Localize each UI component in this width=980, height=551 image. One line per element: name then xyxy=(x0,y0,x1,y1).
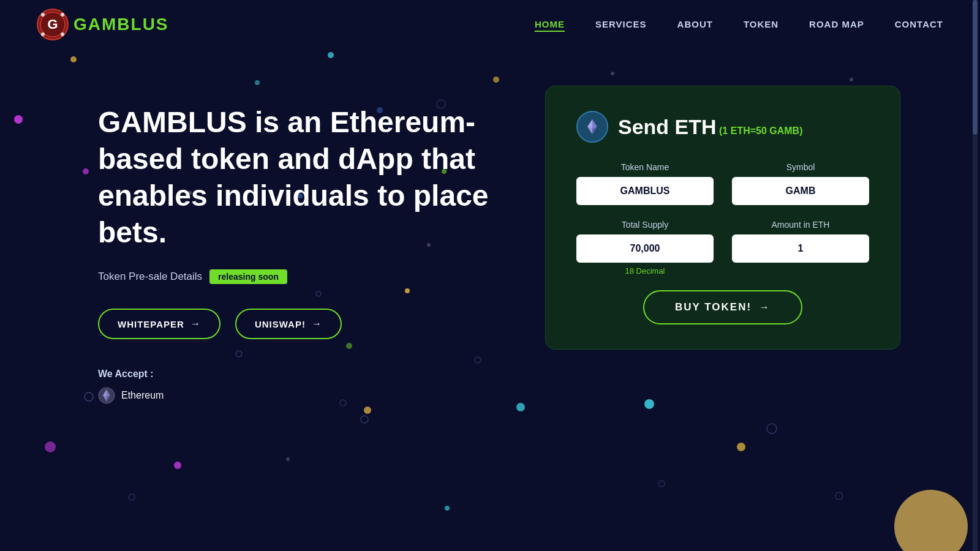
scrollbar[interactable] xyxy=(973,0,978,551)
presale-label: Token Pre-sale Details xyxy=(98,271,202,283)
symbol-group: Symbol xyxy=(732,162,869,205)
arrow-icon: → xyxy=(190,318,201,329)
amount-label: Amount in ETH xyxy=(732,220,869,230)
uniswap-label: UNISWAP! xyxy=(255,319,306,329)
svg-point-8 xyxy=(737,443,745,451)
logo[interactable]: G GAMBLUS xyxy=(37,9,169,40)
presale-row: Token Pre-sale Details releasing soon xyxy=(98,269,496,284)
svg-point-31 xyxy=(129,494,135,500)
card-title: Send ETH xyxy=(618,115,717,138)
svg-point-33 xyxy=(286,457,290,461)
hero-brand: GAMBLUS xyxy=(98,106,247,138)
token-name-group: Token Name xyxy=(576,162,714,205)
hero-section: GAMBLUS is an Ethereum-based token and d… xyxy=(0,49,980,404)
svg-point-5 xyxy=(364,407,371,414)
svg-point-24 xyxy=(361,416,368,423)
scrollbar-thumb[interactable] xyxy=(973,0,978,135)
svg-point-29 xyxy=(835,492,843,500)
hero-title: GAMBLUS is an Ethereum-based token and d… xyxy=(98,104,496,251)
decimal-hint: 18 Decimal xyxy=(576,266,714,276)
total-supply-group: Total Supply 18 Decimal xyxy=(576,220,714,276)
svg-text:G: G xyxy=(47,17,58,32)
brand-name: GAMBLUS xyxy=(74,15,169,34)
uniswap-button[interactable]: UNISWAP! → xyxy=(235,309,342,339)
svg-point-42 xyxy=(61,13,64,17)
arrow-icon-2: → xyxy=(312,318,322,329)
eth-icon-circle xyxy=(576,111,608,143)
symbol-input[interactable] xyxy=(732,177,869,205)
card-header: Send ETH (1 ETH=50 GAMB) xyxy=(576,111,869,143)
nav-roadmap[interactable]: ROAD MAP xyxy=(809,19,864,29)
token-card: Send ETH (1 ETH=50 GAMB) Token Name Symb… xyxy=(545,86,900,350)
nav-token[interactable]: TOKEN xyxy=(744,19,778,29)
whitepaper-button[interactable]: WHITEPAPER → xyxy=(98,309,221,339)
cta-buttons: WHITEPAPER → UNISWAP! → xyxy=(98,309,496,339)
releasing-badge: releasing soon xyxy=(209,269,287,284)
nav-contact[interactable]: CONTACT xyxy=(895,19,943,29)
accept-section: We Accept : Ethereum xyxy=(98,369,496,404)
token-name-input[interactable] xyxy=(576,177,714,205)
navbar: G GAMBLUS HOME SERVICES ABOUT TOKEN ROAD… xyxy=(0,0,980,49)
buy-arrow-icon: → xyxy=(759,301,771,313)
nav-home[interactable]: HOME xyxy=(535,19,565,32)
total-supply-input[interactable] xyxy=(576,234,714,263)
svg-point-3 xyxy=(45,441,56,452)
token-name-label: Token Name xyxy=(576,162,714,172)
accept-eth-label: Ethereum xyxy=(121,390,164,401)
svg-point-30 xyxy=(658,481,665,487)
svg-point-11 xyxy=(516,403,525,411)
buy-token-button[interactable]: BUY TOKEN! → xyxy=(643,290,802,324)
svg-point-14 xyxy=(445,506,450,511)
amount-input[interactable] xyxy=(732,234,869,263)
svg-point-28 xyxy=(767,424,777,433)
svg-point-41 xyxy=(41,13,45,17)
svg-point-2 xyxy=(174,462,181,469)
nav-menu: HOME SERVICES ABOUT TOKEN ROAD MAP CONTA… xyxy=(535,19,943,30)
svg-point-43 xyxy=(41,32,45,36)
card-title-group: Send ETH (1 ETH=50 GAMB) xyxy=(618,115,803,139)
buy-token-label: BUY TOKEN! xyxy=(675,301,752,313)
nav-services[interactable]: SERVICES xyxy=(595,19,647,29)
eth-row: Ethereum xyxy=(98,387,496,404)
svg-point-44 xyxy=(61,32,64,36)
symbol-label: Symbol xyxy=(732,162,869,172)
decorative-circle xyxy=(894,490,968,551)
hero-content: GAMBLUS is an Ethereum-based token and d… xyxy=(98,86,496,404)
card-rate: (1 ETH=50 GAMB) xyxy=(719,126,802,136)
accept-label: We Accept : xyxy=(98,369,496,380)
amount-eth-group: Amount in ETH xyxy=(732,220,869,276)
total-supply-label: Total Supply xyxy=(576,220,714,230)
whitepaper-label: WHITEPAPER xyxy=(118,319,184,329)
nav-about[interactable]: ABOUT xyxy=(677,19,713,29)
token-form: Token Name Symbol Total Supply 18 Decima… xyxy=(576,162,869,276)
